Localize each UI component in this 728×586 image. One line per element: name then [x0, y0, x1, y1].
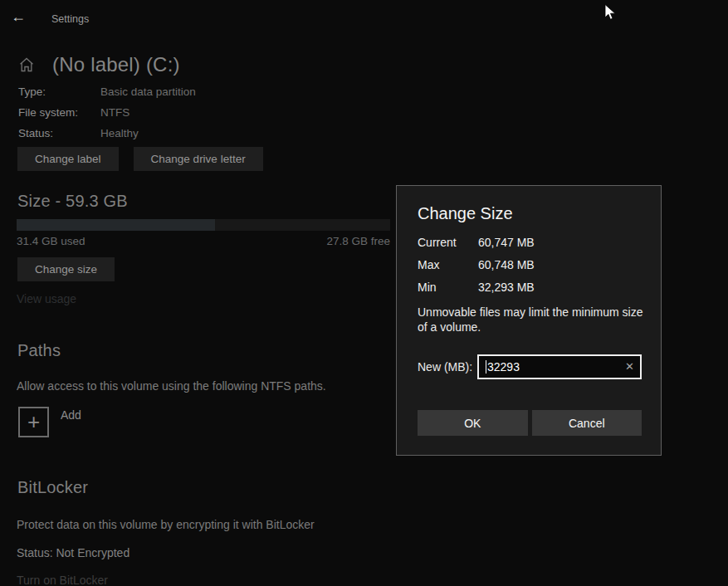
paths-description: Allow access to this volume using the fo… [17, 379, 382, 393]
row-label: Max [418, 258, 478, 281]
cancel-button[interactable]: Cancel [532, 410, 642, 436]
info-row-filesystem: File system: NTFS [18, 106, 375, 127]
info-row-type: Type: Basic data partition [18, 85, 375, 106]
dialog-size-rows: Current 60,747 MB Max 60,748 MB Min 32,2… [418, 236, 535, 303]
add-square[interactable]: + [18, 407, 49, 437]
mouse-cursor [604, 4, 621, 22]
dialog-row-min: Min 32,293 MB [418, 281, 535, 303]
info-value: NTFS [100, 106, 375, 127]
bitlocker-description: Protect data on this volume by encryptin… [17, 518, 315, 531]
change-label-button[interactable]: Change label [17, 147, 119, 171]
volume-usage-bar [17, 219, 390, 231]
add-path-button[interactable]: + Add [18, 407, 81, 437]
change-drive-letter-button[interactable]: Change drive letter [134, 147, 263, 171]
drive-actions: Change label Change drive letter [17, 147, 263, 171]
free-label: 27.8 GB free [326, 235, 390, 247]
volume-bar-labels: 31.4 GB used 27.8 GB free [17, 235, 390, 247]
row-label: Current [418, 236, 478, 258]
change-size-button[interactable]: Change size [17, 257, 115, 281]
row-value: 32,293 MB [478, 281, 535, 303]
view-usage-link[interactable]: View usage [17, 292, 76, 305]
size-heading: Size - 59.3 GB [17, 192, 128, 211]
app-title: Settings [51, 13, 89, 25]
turn-on-bitlocker-link[interactable]: Turn on BitLocker [17, 574, 108, 586]
bitlocker-heading: BitLocker [17, 478, 88, 497]
plus-icon: + [27, 411, 40, 432]
dialog-buttons: OK Cancel [418, 410, 642, 436]
text-caret [486, 360, 486, 374]
dialog-row-max: Max 60,748 MB [418, 258, 535, 281]
ok-button[interactable]: OK [418, 410, 528, 436]
add-label: Add [61, 408, 81, 437]
new-mb-label: New (MB): [418, 360, 477, 374]
drive-info: Type: Basic data partition File system: … [18, 85, 375, 148]
back-icon[interactable]: ← [11, 8, 26, 26]
info-row-status: Status: Healthy [18, 127, 375, 148]
new-size-row: New (MB): ✕ [418, 354, 642, 379]
new-mb-field-wrap: ✕ [477, 354, 642, 379]
home-icon [18, 56, 35, 73]
row-label: Min [418, 281, 478, 303]
bitlocker-status: Status: Not Encrypted [17, 546, 129, 559]
info-label: Status: [18, 127, 100, 148]
row-value: 60,747 MB [478, 236, 535, 258]
info-value: Basic data partition [100, 85, 375, 106]
info-label: Type: [18, 85, 100, 106]
volume-bar-used [17, 219, 215, 231]
unmovable-files-note: Unmovable files may limit the minimum si… [418, 305, 645, 335]
new-mb-input[interactable] [477, 354, 642, 379]
dialog-title: Change Size [418, 204, 513, 223]
paths-heading: Paths [17, 341, 61, 360]
info-label: File system: [18, 106, 100, 127]
change-size-dialog: Change Size Current 60,747 MB Max 60,748… [396, 185, 662, 456]
dialog-row-current: Current 60,747 MB [418, 236, 535, 258]
row-value: 60,748 MB [478, 258, 535, 281]
page-title: (No label) (C:) [52, 53, 180, 76]
used-label: 31.4 GB used [17, 235, 86, 247]
drive-header: (No label) (C:) [18, 53, 180, 76]
clear-input-icon[interactable]: ✕ [625, 360, 634, 373]
info-value: Healthy [100, 127, 375, 148]
